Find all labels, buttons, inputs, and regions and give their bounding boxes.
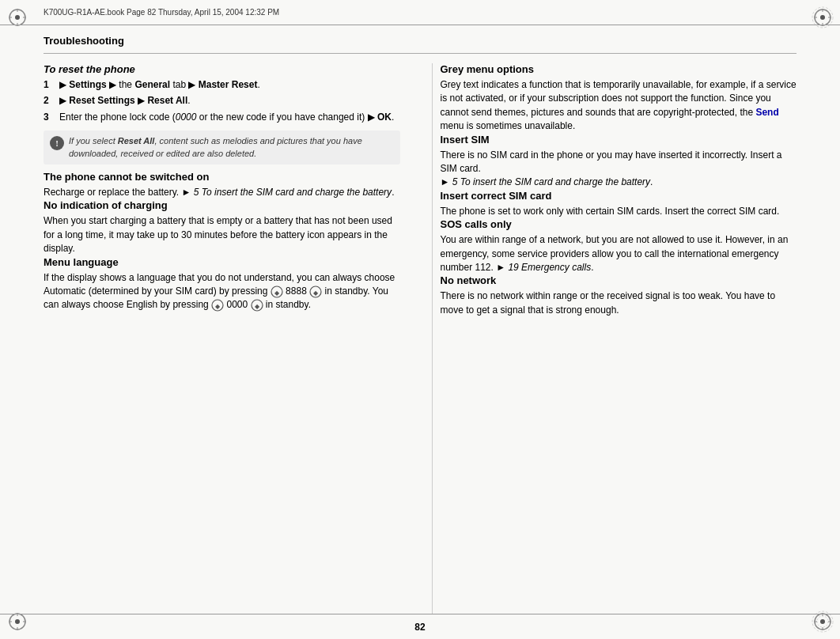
body-no-charging: When you start charging a battery that i… <box>44 214 400 255</box>
step-1: 1 ▶ Settings ▶ the General tab ▶ Master … <box>44 78 400 92</box>
content-area: Troubleshooting To reset the phone 1 ▶ S… <box>44 25 796 614</box>
body-sos-calls: You are within range of a network, but y… <box>441 233 797 274</box>
note-icon: ! <box>50 136 64 150</box>
step-3: 3 Enter the phone lock code (0000 or the… <box>44 111 400 124</box>
body-no-network: There is no network within range or the … <box>441 289 797 317</box>
step-1-text: ▶ Settings ▶ the General tab ▶ Master Re… <box>59 78 260 92</box>
heading-insert-sim: Insert SIM <box>441 134 797 146</box>
heading-cannot-switch: The phone cannot be switched on <box>44 171 400 183</box>
body-cannot-switch: Recharge or replace the battery. ► 5 To … <box>44 186 400 199</box>
svg-text:◆: ◆ <box>215 303 221 310</box>
body-grey-menu: Grey text indicates a function that is t… <box>441 78 797 134</box>
topic-reset-phone: To reset the phone 1 ▶ Settings ▶ the Ge… <box>44 63 400 124</box>
body-insert-sim: There is no SIM card in the phone or you… <box>441 149 797 190</box>
heading-menu-language: Menu language <box>44 256 400 268</box>
step-num-3: 3 <box>44 111 56 124</box>
heading-no-network: No network <box>441 274 797 286</box>
col-left: To reset the phone 1 ▶ Settings ▶ the Ge… <box>44 63 408 614</box>
svg-text:◆: ◆ <box>313 289 319 297</box>
svg-text:◆: ◆ <box>255 303 260 310</box>
heading-reset-phone: To reset the phone <box>44 63 400 75</box>
note-text: If you select Reset All, content such as… <box>69 135 394 160</box>
step-num-2: 2 <box>44 94 56 108</box>
body-menu-language: If the display shows a language that you… <box>44 271 400 312</box>
topic-insert-sim: Insert SIM There is no SIM card in the p… <box>441 134 797 190</box>
step-2: 2 ▶ Reset Settings ▶ Reset All. <box>44 94 400 108</box>
topic-menu-language: Menu language If the display shows a lan… <box>44 256 400 312</box>
topic-no-network: No network There is no network within ra… <box>441 274 797 317</box>
heading-no-charging: No indication of charging <box>44 199 400 211</box>
col-right: Grey menu options Grey text indicates a … <box>432 63 797 614</box>
step-2-text: ▶ Reset Settings ▶ Reset All. <box>59 94 191 108</box>
section-title: Troubleshooting <box>44 25 796 54</box>
topic-grey-menu: Grey menu options Grey text indicates a … <box>441 63 797 134</box>
svg-text:◆: ◆ <box>274 289 280 297</box>
page-wrapper: K700UG-R1A-AE.book Page 82 Thursday, Apr… <box>0 0 840 639</box>
note-box: ! If you select Reset All, content such … <box>44 130 400 164</box>
step-3-text: Enter the phone lock code (0000 or the n… <box>59 111 394 124</box>
topic-insert-correct-sim: Insert correct SIM card The phone is set… <box>441 190 797 218</box>
step-num-1: 1 <box>44 78 56 92</box>
body-insert-correct-sim: The phone is set to work only with certa… <box>441 205 797 218</box>
numbered-list-reset: 1 ▶ Settings ▶ the General tab ▶ Master … <box>44 78 400 124</box>
topic-cannot-switch: The phone cannot be switched on Recharge… <box>44 171 400 199</box>
topic-sos-calls: SOS calls only You are within range of a… <box>441 218 797 274</box>
topbar-text: K700UG-R1A-AE.book Page 82 Thursday, Apr… <box>44 8 279 17</box>
page-number: 82 <box>414 622 425 633</box>
heading-sos-calls: SOS calls only <box>441 218 797 230</box>
topic-no-charging: No indication of charging When you start… <box>44 199 400 255</box>
heading-grey-menu: Grey menu options <box>441 63 797 75</box>
two-col: To reset the phone 1 ▶ Settings ▶ the Ge… <box>44 63 796 614</box>
bottom-bar: 82 <box>0 614 840 639</box>
top-bar: K700UG-R1A-AE.book Page 82 Thursday, Apr… <box>0 0 840 25</box>
heading-insert-correct-sim: Insert correct SIM card <box>441 190 797 202</box>
